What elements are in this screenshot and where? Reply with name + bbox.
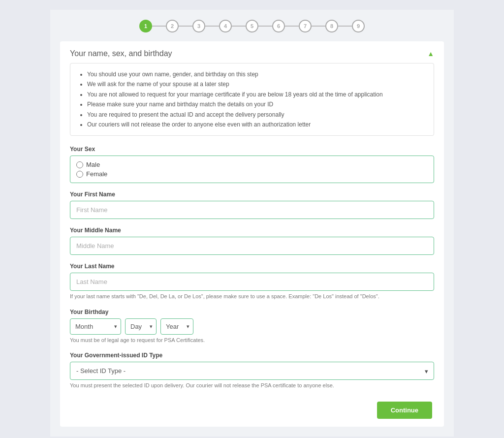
step-progress: 1 2 3 4 5 6 7 8 9 <box>60 20 444 32</box>
list-item: You should use your own name, gender, an… <box>87 69 426 79</box>
list-item: We will ask for the name of your spouse … <box>87 79 426 89</box>
year-wrapper: Year <box>160 318 193 335</box>
last-name-label: Your Last Name <box>70 263 434 270</box>
step-9[interactable]: 9 <box>352 20 365 32</box>
list-item: You are required to present the actual I… <box>87 110 426 120</box>
month-wrapper: Month JanuaryFebruaryMarch AprilMayJune … <box>70 318 121 335</box>
chevron-up-icon[interactable]: ▲ <box>427 50 434 58</box>
sex-female-label: Female <box>86 170 107 178</box>
last-name-input[interactable] <box>70 273 434 291</box>
month-select[interactable]: Month JanuaryFebruaryMarch AprilMayJune … <box>70 318 121 335</box>
last-name-hint: If your last name starts with "De, Del, … <box>70 293 434 300</box>
continue-button[interactable]: Continue <box>377 402 432 419</box>
step-5[interactable]: 5 <box>246 20 258 32</box>
id-type-hint: You must present the selected ID upon de… <box>70 382 434 389</box>
step-line-8 <box>338 26 352 27</box>
birthday-label: Your Birthday <box>70 309 434 315</box>
info-list: You should use your own name, gender, an… <box>78 69 426 129</box>
first-name-input[interactable] <box>70 201 434 219</box>
day-select[interactable]: Day 12345 678910 1112131415 1617181920 2… <box>125 318 157 335</box>
section-header: Your name, sex, and birthday ▲ <box>70 49 434 58</box>
page-wrapper: 1 2 3 4 5 6 7 8 9 Your name, sex, and bi… <box>50 10 454 437</box>
middle-name-input[interactable] <box>70 237 434 255</box>
info-box: You should use your own name, gender, an… <box>70 63 434 136</box>
last-name-section: Your Last Name If your last name starts … <box>70 263 434 300</box>
step-line-6 <box>285 26 299 27</box>
middle-name-section: Your Middle Name <box>70 227 434 255</box>
sex-female-radio[interactable] <box>76 171 83 178</box>
birthday-hint: You must be of legal age to request for … <box>70 337 434 344</box>
step-7[interactable]: 7 <box>299 20 312 32</box>
birthday-row: Month JanuaryFebruaryMarch AprilMayJune … <box>70 318 434 335</box>
sex-male-option[interactable]: Male <box>76 161 428 168</box>
step-line-5 <box>258 26 272 27</box>
step-4[interactable]: 4 <box>219 20 232 32</box>
button-row: Continue <box>70 402 434 419</box>
step-line-1 <box>152 26 166 27</box>
list-item: Our couriers will not release the order … <box>87 120 426 129</box>
sex-male-label: Male <box>86 161 100 168</box>
sex-male-radio[interactable] <box>76 161 83 168</box>
step-6[interactable]: 6 <box>272 20 285 32</box>
id-type-label: Your Government-issued ID Type <box>70 352 434 359</box>
first-name-label: Your First Name <box>70 191 434 198</box>
year-select[interactable]: Year <box>160 318 193 335</box>
step-2[interactable]: 2 <box>166 20 179 32</box>
middle-name-label: Your Middle Name <box>70 227 434 234</box>
id-type-section: Your Government-issued ID Type - Select … <box>70 352 434 389</box>
list-item: You are not allowed to request for your … <box>87 90 426 99</box>
step-line-3 <box>205 26 219 27</box>
sex-radio-group: Male Female <box>70 156 434 183</box>
day-wrapper: Day 12345 678910 1112131415 1617181920 2… <box>125 318 157 335</box>
sex-label: Your Sex <box>70 146 434 153</box>
id-type-wrapper: - Select ID Type - Passport Driver's Lic… <box>70 362 434 380</box>
step-3[interactable]: 3 <box>192 20 205 32</box>
id-type-select[interactable]: - Select ID Type - Passport Driver's Lic… <box>70 362 434 380</box>
step-line-4 <box>232 26 246 27</box>
sex-female-option[interactable]: Female <box>76 170 428 178</box>
birthday-section: Your Birthday Month JanuaryFebruaryMarch… <box>70 309 434 344</box>
step-1[interactable]: 1 <box>139 20 152 32</box>
step-line-2 <box>179 26 192 27</box>
list-item: Please make sure your name and birthday … <box>87 99 426 109</box>
step-line-7 <box>312 26 325 27</box>
main-card: Your name, sex, and birthday ▲ You shoul… <box>60 41 444 427</box>
section-title: Your name, sex, and birthday <box>70 49 172 58</box>
first-name-section: Your First Name <box>70 191 434 219</box>
sex-section: Your Sex Male Female <box>70 146 434 183</box>
step-8[interactable]: 8 <box>325 20 338 32</box>
